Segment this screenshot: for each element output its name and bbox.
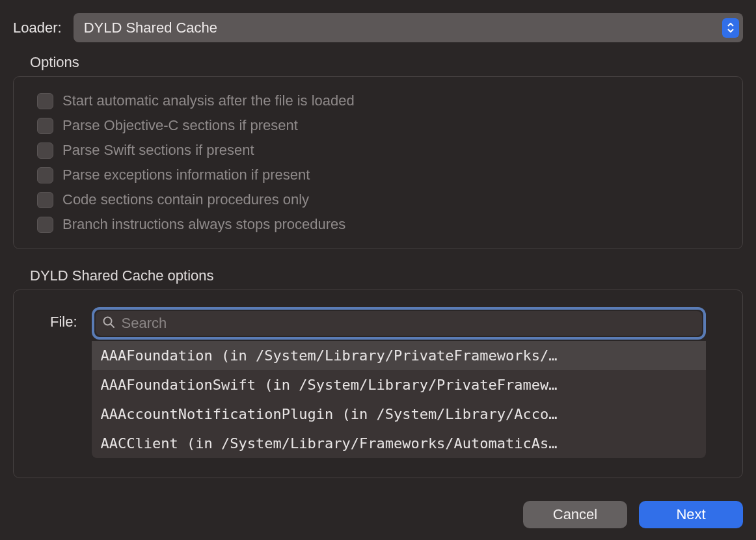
cancel-button[interactable]: Cancel	[523, 501, 627, 528]
file-item[interactable]: AAAFoundationSwift (in /System/Library/P…	[92, 370, 706, 399]
file-item[interactable]: AACClient (in /System/Library/Frameworks…	[92, 429, 706, 458]
svg-point-0	[103, 317, 111, 325]
dyld-options-group: File: AAAFoundation (in /System/Library/…	[13, 290, 743, 478]
file-item[interactable]: AAAFoundation (in /System/Library/Privat…	[92, 341, 706, 370]
search-field	[96, 311, 702, 336]
updown-arrows-icon	[722, 18, 739, 38]
options-title: Options	[30, 54, 743, 71]
option-row: Parse exceptions information if present	[37, 167, 719, 183]
options-group: Start automatic analysis after the file …	[13, 76, 743, 249]
file-label: File:	[50, 314, 77, 331]
option-row: Branch instructions always stops procedu…	[37, 216, 719, 233]
file-item[interactable]: AAAccountNotificationPlugin (in /System/…	[92, 399, 706, 429]
loader-select[interactable]: DYLD Shared Cache	[74, 13, 743, 42]
option-row: Parse Swift sections if present	[37, 142, 719, 159]
option-row: Code sections contain procedures only	[37, 191, 719, 208]
checkbox-label: Code sections contain procedures only	[62, 191, 309, 208]
checkbox-label: Start automatic analysis after the file …	[62, 92, 355, 109]
checkbox-code-procedures[interactable]	[37, 192, 53, 208]
file-list[interactable]: AAAFoundation (in /System/Library/Privat…	[92, 341, 706, 458]
file-row: File: AAAFoundation (in /System/Library/…	[50, 304, 706, 458]
checkbox-parse-exceptions[interactable]	[37, 167, 53, 183]
checkbox-parse-objc[interactable]	[37, 118, 53, 134]
footer-buttons: Cancel Next	[523, 501, 743, 528]
checkbox-auto-analysis[interactable]	[37, 93, 53, 109]
checkbox-branch-stops[interactable]	[37, 217, 53, 233]
search-input[interactable]	[122, 315, 695, 332]
option-row: Parse Objective-C sections if present	[37, 117, 719, 134]
option-row: Start automatic analysis after the file …	[37, 92, 719, 109]
loader-label: Loader:	[13, 20, 62, 36]
checkbox-label: Parse Objective-C sections if present	[62, 117, 298, 134]
checkbox-label: Branch instructions always stops procedu…	[62, 216, 345, 233]
checkbox-parse-swift[interactable]	[37, 142, 53, 159]
loader-select-value: DYLD Shared Cache	[84, 20, 217, 36]
file-stack: AAAFoundation (in /System/Library/Privat…	[92, 307, 706, 458]
loader-row: Loader: DYLD Shared Cache	[13, 13, 743, 42]
search-icon	[102, 316, 115, 331]
checkbox-label: Parse Swift sections if present	[62, 142, 254, 159]
checkbox-label: Parse exceptions information if present	[62, 167, 310, 183]
search-field-wrapper	[92, 307, 706, 340]
svg-line-1	[111, 325, 114, 328]
dyld-options-title: DYLD Shared Cache options	[30, 267, 743, 284]
next-button[interactable]: Next	[639, 501, 743, 528]
